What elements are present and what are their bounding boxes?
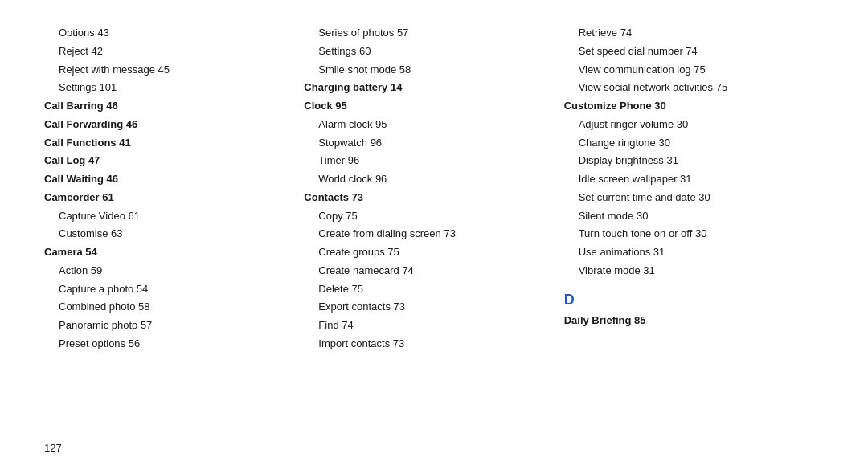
index-entry: Capture Video 61 <box>44 207 288 226</box>
index-entry: World clock 96 <box>304 170 547 189</box>
index-entry: Import contacts 73 <box>304 335 547 354</box>
index-entry: Reject with message 45 <box>44 61 288 80</box>
index-entry: Customise 63 <box>44 225 288 243</box>
index-entry: Copy 75 <box>304 207 547 226</box>
index-entry: Capture a photo 54 <box>44 280 288 299</box>
index-entry: Daily Briefing 85 <box>564 312 808 330</box>
index-entry: Silent mode 30 <box>564 207 808 226</box>
column-col3: Retrieve 74Set speed dial number 74View … <box>564 24 824 354</box>
index-entry: Action 59 <box>44 262 288 280</box>
index-entry: Vibrate mode 31 <box>564 262 808 280</box>
index-entry: Reject 42 <box>44 43 288 61</box>
index-entry: Preset options 56 <box>44 335 288 354</box>
index-entry: Stopwatch 96 <box>304 134 547 153</box>
index-entry: Change ringtone 30 <box>564 134 808 153</box>
index-entry: Find 74 <box>304 317 547 335</box>
index-entry: Series of photos 57 <box>304 24 547 43</box>
index-entry: Adjust ringer volume 30 <box>564 116 808 134</box>
index-entry: Call Log 47 <box>44 152 288 170</box>
index-entry: Create namecard 74 <box>304 262 547 280</box>
page-number-footer: 127 <box>44 442 62 454</box>
columns-wrapper: Options 43Reject 42Reject with message 4… <box>44 24 824 354</box>
column-col1: Options 43Reject 42Reject with message 4… <box>44 24 304 354</box>
index-entry: Camera 54 <box>44 243 288 262</box>
index-entry: Set speed dial number 74 <box>564 43 808 61</box>
column-col2: Series of photos 57Settings 60Smile shot… <box>304 24 563 354</box>
index-entry: Call Barring 46 <box>44 97 288 116</box>
index-entry: Create from dialing screen 73 <box>304 225 547 243</box>
index-entry: Smile shot mode 58 <box>304 61 547 80</box>
index-entry: Retrieve 74 <box>564 24 808 43</box>
index-entry: Camcorder 61 <box>44 189 288 207</box>
index-entry: Create groups 75 <box>304 243 547 262</box>
index-entry: Combined photo 58 <box>44 298 288 317</box>
index-entry: View communication log 75 <box>564 61 808 80</box>
index-entry: Options 43 <box>44 24 288 43</box>
index-entry: Call Functions 41 <box>44 134 288 153</box>
index-entry: Set current time and date 30 <box>564 189 808 207</box>
index-entry: Turn touch tone on or off 30 <box>564 225 808 243</box>
section-letter-D: D <box>564 292 808 309</box>
index-entry: Charging battery 14 <box>304 79 547 97</box>
index-entry: Panoramic photo 57 <box>44 317 288 335</box>
index-entry: Clock 95 <box>304 97 547 116</box>
index-entry: View social network activities 75 <box>564 79 808 97</box>
index-entry: Contacts 73 <box>304 189 547 207</box>
index-entry: Settings 101 <box>44 79 288 97</box>
index-entry: Call Waiting 46 <box>44 170 288 189</box>
index-entry: Alarm clock 95 <box>304 116 547 134</box>
index-entry: Customize Phone 30 <box>564 97 808 116</box>
index-entry: Idle screen wallpaper 31 <box>564 170 808 189</box>
index-entry: Delete 75 <box>304 280 547 299</box>
index-entry: Use animations 31 <box>564 243 808 262</box>
page-container: Options 43Reject 42Reject with message 4… <box>0 0 868 470</box>
index-entry: Export contacts 73 <box>304 298 547 317</box>
index-entry: Timer 96 <box>304 152 547 170</box>
index-entry: Settings 60 <box>304 43 547 61</box>
index-entry: Display brightness 31 <box>564 152 808 170</box>
index-entry: Call Forwarding 46 <box>44 116 288 134</box>
